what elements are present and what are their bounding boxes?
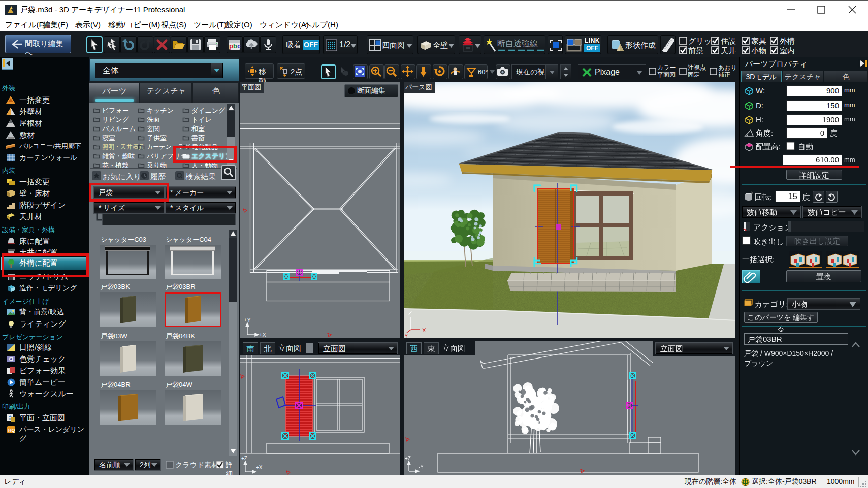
svg-text:Z: Z — [408, 310, 412, 317]
svg-text:p: p — [229, 42, 233, 50]
svg-text:HQ: HQ — [8, 428, 15, 433]
svg-text:+Y: +Y — [244, 317, 251, 323]
svg-text:+Z: +Z — [241, 456, 247, 461]
svg-text:c: c — [237, 42, 241, 50]
svg-text:b: b — [233, 42, 237, 50]
svg-text:+X: +X — [256, 465, 263, 470]
svg-text:Y: Y — [404, 333, 408, 338]
svg-text:+Z: +Z — [405, 456, 411, 461]
svg-text:-Y: -Y — [419, 464, 424, 470]
svg-text:+X: +X — [259, 332, 266, 338]
svg-text:X: X — [422, 327, 426, 333]
